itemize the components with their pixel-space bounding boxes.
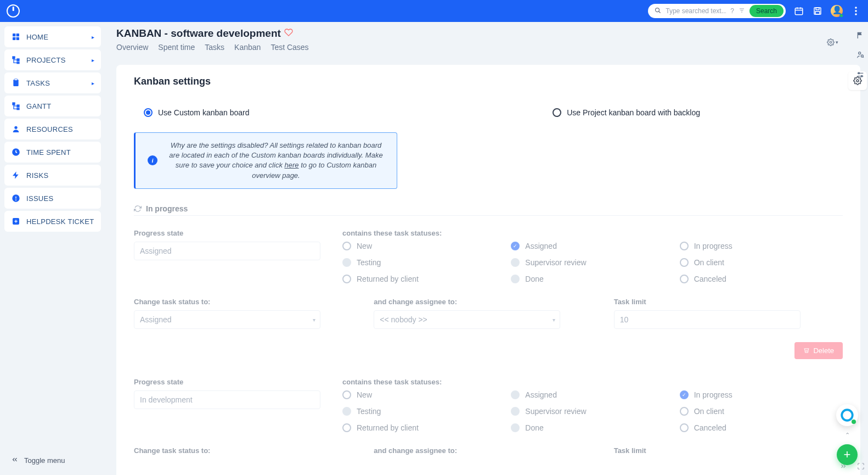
sidebar-item-gantt[interactable]: GANTT (4, 96, 101, 116)
info-icon: i (148, 155, 157, 165)
favorite-heart-icon[interactable] (284, 27, 293, 40)
main-content: KANBAN - software development OverviewSp… (105, 22, 868, 475)
tab-spent-time[interactable]: Spent time (158, 43, 195, 52)
status-label: Returned by client (357, 275, 419, 283)
status-option[interactable]: Supervisor review (511, 407, 674, 416)
svg-rect-16 (16, 33, 19, 36)
delete-label: Delete (813, 347, 834, 355)
progress-state-input[interactable]: Assigned (134, 242, 320, 260)
avatar-wrapper[interactable] (831, 5, 843, 17)
search-filter-icon[interactable] (739, 7, 745, 15)
sidebar: HOME ▸ PROJECTS ▸ TASKS ▸ GANTT RESOURCE… (0, 22, 105, 475)
status-option[interactable]: Returned by client (342, 423, 505, 432)
status-label: On client (694, 407, 724, 416)
status-option[interactable]: ✓In progress (680, 390, 843, 399)
sidebar-item-label: GANTT (26, 102, 52, 110)
sidebar-item-label: PROJECTS (26, 56, 66, 64)
change-assignee-select[interactable]: << nobody >> (374, 310, 560, 329)
radio-custom-kanban[interactable]: Use Custom kanban board (144, 108, 250, 117)
svg-rect-24 (13, 103, 15, 105)
radio-label: Use Custom kanban board (158, 108, 250, 117)
tab-test-cases[interactable]: Test Cases (270, 43, 308, 52)
label-change-status: Change task status to: (134, 298, 363, 306)
status-label: Done (525, 423, 543, 432)
status-option[interactable]: Supervisor review (511, 258, 674, 267)
tree-icon (11, 101, 21, 111)
app-logo[interactable] (7, 4, 20, 18)
svg-rect-17 (13, 37, 15, 40)
sync-icon (134, 205, 142, 213)
status-option[interactable]: New (342, 242, 505, 250)
sidebar-item-projects[interactable]: PROJECTS ▸ (4, 49, 101, 70)
status-circle-icon (342, 423, 351, 432)
sidebar-item-home[interactable]: HOME ▸ (4, 26, 101, 47)
tab-overview[interactable]: Overview (116, 43, 148, 52)
info-link[interactable]: here (285, 161, 299, 169)
label-change-assignee: and change assignee to: (374, 446, 602, 455)
status-option[interactable]: Canceled (680, 423, 843, 432)
status-option[interactable]: Done (511, 423, 674, 432)
svg-point-37 (859, 52, 861, 54)
svg-line-1 (659, 11, 661, 13)
svg-line-39 (863, 57, 864, 57)
chevron-right-icon: ▸ (92, 57, 94, 63)
sidebar-item-risks[interactable]: RISKS (4, 165, 101, 186)
sidebar-item-helpdesk-ticket[interactable]: HELPDESK TICKET (4, 211, 101, 232)
status-option[interactable]: Returned by client (342, 275, 505, 283)
toggle-menu-button[interactable]: Toggle menu (4, 450, 101, 471)
tab-tasks[interactable]: Tasks (205, 43, 224, 52)
add-fab[interactable]: + (837, 444, 858, 465)
more-menu-icon[interactable] (850, 5, 861, 16)
svg-rect-20 (17, 59, 19, 61)
search-button[interactable]: Search (749, 5, 784, 17)
svg-point-43 (861, 75, 863, 77)
change-status-select[interactable]: Assigned (134, 310, 320, 329)
svg-rect-15 (13, 33, 15, 36)
status-option[interactable]: Done (511, 275, 674, 283)
sidebar-item-label: RISKS (26, 171, 49, 180)
sidebar-item-issues[interactable]: ISSUES (4, 188, 101, 209)
sidebar-item-resources[interactable]: RESOURCES (4, 119, 101, 139)
svg-rect-23 (14, 79, 17, 81)
status-option[interactable]: On client (680, 258, 843, 267)
person-search-icon[interactable] (855, 49, 866, 60)
fab-stack: ⌃ + (836, 404, 858, 465)
plus-box-icon (11, 216, 21, 226)
status-option[interactable]: On client (680, 407, 843, 416)
status-label: On client (694, 258, 724, 267)
tab-kanban[interactable]: Kanban (234, 43, 261, 52)
status-option[interactable]: New (342, 390, 505, 399)
task-limit-input[interactable]: 10 (614, 310, 801, 329)
sidebar-item-label: ISSUES (26, 194, 53, 203)
page-settings-button[interactable]: ▾ (827, 38, 838, 46)
save-icon[interactable] (812, 5, 823, 16)
sidebar-item-tasks[interactable]: TASKS ▸ (4, 72, 101, 93)
status-option[interactable]: Testing (342, 407, 505, 416)
delete-button[interactable]: Delete (794, 342, 843, 359)
label-contains-statuses: contains these task statuses: (342, 378, 843, 386)
sliders-icon[interactable] (855, 69, 866, 80)
status-option[interactable]: ✓Assigned (511, 242, 674, 250)
caret-up-icon[interactable]: ⌃ (845, 432, 850, 439)
dashboard-icon (11, 32, 21, 42)
section-title: In progress (146, 204, 188, 213)
progress-state-input[interactable]: In development (134, 390, 320, 409)
calendar-icon[interactable] (793, 5, 804, 16)
status-circle-icon (680, 407, 689, 416)
status-option[interactable]: Canceled (680, 275, 843, 283)
radio-label: Use Project kanban board with backlog (567, 108, 700, 117)
svg-rect-21 (17, 62, 19, 64)
status-option[interactable]: Testing (342, 258, 505, 267)
svg-point-12 (855, 7, 857, 9)
status-option[interactable]: Assigned (511, 390, 674, 399)
radio-project-kanban[interactable]: Use Project kanban board with backlog (553, 108, 700, 117)
chat-fab[interactable] (836, 404, 858, 426)
page-tabs: OverviewSpent timeTasksKanbanTest Cases (116, 43, 309, 52)
flag-icon[interactable] (855, 30, 866, 41)
search-input[interactable] (666, 7, 726, 15)
fullscreen-icon[interactable] (857, 462, 865, 472)
status-option[interactable]: In progress (680, 242, 843, 250)
search-help-icon[interactable]: ? (730, 7, 734, 15)
sidebar-item-time-spent[interactable]: TIME SPENT (4, 142, 101, 163)
search-container: ? Search (648, 4, 786, 18)
